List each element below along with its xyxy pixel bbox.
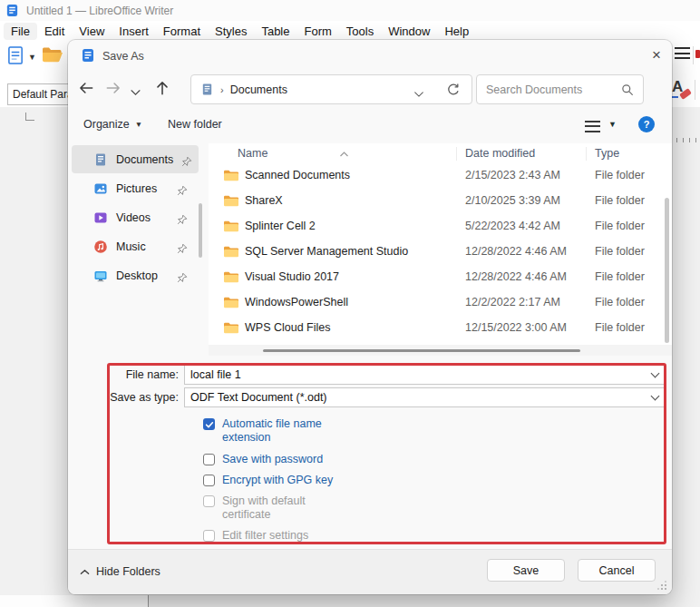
sidebar-item-label: Documents — [116, 153, 173, 166]
search-icon[interactable] — [621, 83, 634, 100]
save-as-dialog-icon — [81, 48, 95, 63]
folder-icon — [223, 296, 239, 308]
sidebar-item-label: Videos — [116, 211, 169, 224]
option-encrypt-with-gpg-key[interactable]: Encrypt with GPG key — [203, 474, 412, 487]
file-list: Name Date modified Type Scanned Document… — [209, 143, 672, 356]
close-icon[interactable] — [644, 44, 669, 67]
menu-item-tools[interactable]: Tools — [339, 23, 381, 40]
document-page-border — [148, 595, 149, 607]
save-button[interactable]: Save — [487, 559, 565, 582]
new-document-icon[interactable] — [7, 46, 24, 69]
file-name-combobox — [184, 365, 666, 385]
horizontal-scrollbar[interactable] — [209, 345, 672, 356]
sidebar-item-music[interactable]: Music — [72, 232, 199, 260]
menubar: FileEditViewInsertFormatStylesTableFormT… — [0, 21, 700, 41]
save-as-type-combobox[interactable]: ODF Text Document (*.odt) — [184, 387, 666, 407]
file-row[interactable]: ShareX2/10/2025 3:39 AMFile folder — [209, 189, 672, 214]
forward-icon[interactable] — [104, 79, 124, 99]
file-date-modified: 12/28/2022 4:46 AM — [465, 245, 567, 258]
save-as-dialog: Save As › Documents Organize ▼ New — [68, 40, 672, 594]
checkbox-icon[interactable] — [203, 475, 215, 486]
menu-item-window[interactable]: Window — [381, 23, 437, 40]
documents-location-icon — [200, 83, 214, 96]
new-folder-button[interactable]: New folder — [168, 118, 222, 131]
file-row[interactable]: SQL Server Management Studio12/28/2022 4… — [209, 240, 672, 265]
file-name: Scanned Documents — [245, 169, 350, 181]
column-header-name[interactable]: Name — [238, 147, 267, 160]
checkbox-icon — [203, 530, 215, 542]
folder-icon — [223, 194, 239, 207]
toolbar-separator — [693, 46, 694, 64]
refresh-icon[interactable] — [446, 83, 461, 101]
resize-grip-icon[interactable] — [658, 582, 666, 590]
breadcrumb[interactable]: Documents — [230, 83, 287, 96]
checkbox-icon[interactable] — [203, 454, 215, 465]
horizontal-scrollbar-thumb[interactable] — [263, 349, 580, 352]
paragraph-style-combobox[interactable]: Default Parag — [7, 83, 69, 105]
menu-item-format[interactable]: Format — [156, 23, 208, 40]
help-icon[interactable] — [638, 116, 655, 132]
option-label: Automatic file name extension — [222, 417, 349, 445]
back-icon[interactable] — [77, 79, 97, 99]
option-save-with-password[interactable]: Save with password — [203, 453, 412, 466]
organize-button[interactable]: Organize ▼ — [83, 118, 142, 131]
file-name: Splinter Cell 2 — [245, 220, 316, 232]
file-row[interactable]: Scanned Documents2/15/2023 2:43 AMFile f… — [209, 163, 672, 189]
file-name-input[interactable] — [184, 365, 666, 385]
sidebar-scrollbar[interactable] — [199, 203, 202, 258]
document-page-edge — [0, 595, 148, 607]
file-type: File folder — [595, 194, 645, 207]
sidebar-item-desktop[interactable]: Desktop — [72, 261, 199, 289]
chevron-up-icon — [80, 565, 90, 578]
sidebar-item-pictures[interactable]: Pictures — [72, 174, 199, 202]
paragraph-style-value: Default Parag — [13, 88, 69, 101]
search-input[interactable] — [486, 76, 613, 103]
menu-item-styles[interactable]: Styles — [208, 23, 254, 40]
new-document-dropdown-icon[interactable]: ▼ — [28, 53, 36, 62]
file-type: File folder — [595, 270, 645, 283]
breadcrumb-separator: › — [220, 84, 224, 95]
cancel-button[interactable]: Cancel — [578, 559, 656, 582]
list-paragraph-icon[interactable] — [675, 47, 690, 60]
folder-icon — [223, 220, 239, 232]
up-icon[interactable] — [153, 79, 173, 99]
recent-locations-chevron-icon[interactable] — [130, 83, 150, 103]
sidebar-item-videos[interactable]: Videos — [72, 203, 199, 231]
ruler — [676, 136, 700, 144]
address-dropdown-icon[interactable] — [413, 85, 424, 102]
file-row[interactable]: WindowsPowerShell12/2/2022 2:17 AMFile f… — [209, 290, 672, 316]
menu-item-form[interactable]: Form — [297, 23, 338, 40]
address-bar[interactable]: › Documents — [190, 74, 472, 104]
partial-toolbar-icon — [695, 50, 700, 58]
menu-item-edit[interactable]: Edit — [37, 23, 72, 40]
option-automatic-file-name-extension[interactable]: Automatic file name extension — [203, 417, 412, 445]
file-row[interactable]: Splinter Cell 25/22/2023 4:42 AMFile fol… — [209, 214, 672, 240]
view-mode-dropdown-icon[interactable]: ▼ — [608, 120, 617, 129]
ruler-corner — [25, 113, 34, 121]
checkbox-icon[interactable] — [203, 418, 215, 430]
menu-item-help[interactable]: Help — [437, 23, 476, 40]
file-row[interactable]: WPS Cloud Files12/15/2022 3:00 AMFile fo… — [209, 316, 672, 341]
option-label: Edit filter settings — [222, 529, 308, 543]
column-header-type[interactable]: Type — [595, 147, 619, 160]
hide-folders-button[interactable]: Hide Folders — [80, 565, 160, 578]
file-date-modified: 12/2/2022 2:17 AM — [465, 296, 560, 308]
pin-icon — [181, 154, 192, 165]
sidebar-item-documents[interactable]: Documents — [72, 145, 199, 173]
menu-item-insert[interactable]: Insert — [112, 23, 156, 40]
menu-item-view[interactable]: View — [72, 23, 112, 40]
file-row[interactable]: Visual Studio 201712/28/2022 4:46 AMFile… — [209, 265, 672, 290]
file-type: File folder — [595, 220, 645, 232]
save-as-type-label: Save as type: — [68, 387, 179, 407]
open-file-icon[interactable] — [42, 45, 63, 67]
menu-item-file[interactable]: File — [4, 23, 37, 40]
vertical-scrollbar[interactable] — [665, 198, 669, 343]
file-type: File folder — [595, 296, 645, 308]
view-mode-icon[interactable] — [585, 121, 600, 132]
menu-item-table[interactable]: Table — [254, 23, 297, 40]
sidebar-item-label: Pictures — [116, 182, 169, 195]
option-label: Encrypt with GPG key — [222, 474, 333, 487]
column-header-date-modified[interactable]: Date modified — [465, 147, 535, 160]
toolbar-separator — [695, 80, 695, 100]
file-name: SQL Server Management Studio — [245, 245, 408, 258]
